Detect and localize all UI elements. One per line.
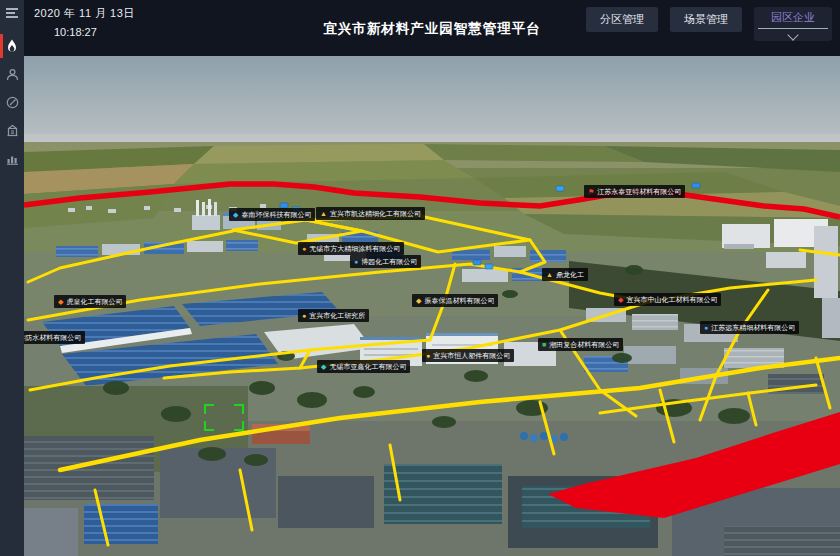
sidebar-item-statistics[interactable] — [0, 144, 24, 172]
company-label-text: 鼎龙化工 — [556, 270, 584, 279]
header-actions: 分区管理 场景管理 园区企业 — [586, 7, 832, 41]
company-label-text: 泰南环保科技有限公司 — [241, 210, 311, 219]
park-enterprise-dropdown-label: 园区企业 — [758, 10, 828, 29]
company-label-text: 振泰保温材料有限公司 — [424, 296, 494, 305]
company-label-text: 无锡市方大精细涂料有限公司 — [309, 244, 400, 253]
company-label-text: 江苏龙泰防水材料有限公司 — [24, 333, 81, 342]
company-marker-icon: ● — [354, 258, 358, 265]
company-marker-icon: ▲ — [320, 210, 327, 217]
company-label[interactable]: ◆宜兴市中山化工材料有限公司 — [614, 293, 721, 306]
zone-management-button[interactable]: 分区管理 — [586, 7, 658, 32]
company-marker-icon: ● — [302, 312, 306, 319]
company-marker-icon: ◆ — [618, 296, 623, 303]
company-label[interactable]: ◆虎皇化工有限公司 — [54, 295, 126, 308]
company-label-text: 宜兴市化工研究所 — [309, 311, 365, 320]
company-marker-icon: ● — [302, 245, 306, 252]
sidebar-item-fire-monitor[interactable] — [0, 32, 24, 60]
company-marker-icon: ■ — [542, 341, 546, 348]
gauge-icon — [6, 96, 19, 109]
company-label-text: 宜兴市恒人塑件有限公司 — [433, 351, 510, 360]
flame-icon — [6, 39, 18, 53]
company-label[interactable]: ◆振泰保温材料有限公司 — [412, 294, 498, 307]
company-label-text: 无锡市亚鑫化工有限公司 — [329, 362, 406, 371]
company-label-text: 虎皇化工有限公司 — [66, 297, 122, 306]
company-label[interactable]: ■潮田复合材料有限公司 — [538, 338, 623, 351]
company-label[interactable]: ●博园化工有限公司 — [350, 255, 421, 268]
company-label[interactable]: ■江苏龙泰防水材料有限公司 — [24, 331, 85, 344]
page-title: 宜兴市新材料产业园智慧管理平台 — [323, 20, 541, 38]
company-label[interactable]: ▲鼎龙化工 — [542, 268, 588, 281]
company-marker-icon: ◆ — [321, 363, 326, 370]
chart-icon — [6, 152, 19, 165]
sidebar-item-personnel[interactable] — [0, 60, 24, 88]
company-label-text: 宜兴市中山化工材料有限公司 — [626, 295, 717, 304]
scene-management-button[interactable]: 场景管理 — [670, 7, 742, 32]
company-label[interactable]: ◆无锡市亚鑫化工有限公司 — [317, 360, 410, 373]
company-label[interactable]: ⚑江苏永泰亚特材料有限公司 — [584, 185, 685, 198]
company-marker-icon: ◆ — [58, 298, 63, 305]
company-label[interactable]: ●无锡市方大精细涂料有限公司 — [298, 242, 404, 255]
header-time: 10:18:27 — [54, 26, 97, 38]
sidebar — [0, 0, 24, 556]
company-label-text: 潮田复合材料有限公司 — [549, 340, 619, 349]
header-date: 2020 年 11 月 13日 — [34, 6, 135, 21]
menu-icon — [5, 7, 19, 19]
company-label-text: 博园化工有限公司 — [361, 257, 417, 266]
company-marker-icon: ● — [704, 324, 708, 331]
sidebar-item-enterprise[interactable] — [0, 116, 24, 144]
company-marker-icon: ◆ — [416, 297, 421, 304]
building-icon — [6, 124, 19, 137]
company-label-text: 宜兴市凯达精细化工有限公司 — [330, 209, 421, 218]
company-label-text: 江苏远东精细材料有限公司 — [711, 323, 795, 332]
company-marker-icon: ⚑ — [588, 188, 594, 195]
park-enterprise-dropdown[interactable]: 园区企业 — [754, 7, 832, 41]
company-label[interactable]: ●宜兴市恒人塑件有限公司 — [422, 349, 514, 362]
sidebar-item-menu[interactable] — [0, 0, 24, 26]
chevron-down-icon — [787, 29, 798, 40]
company-label[interactable]: ●江苏远东精细材料有限公司 — [700, 321, 799, 334]
company-label[interactable]: ●宜兴市化工研究所 — [298, 309, 369, 322]
company-marker-icon: ● — [426, 352, 430, 359]
map-viewport[interactable]: ◆泰南环保科技有限公司▲宜兴市凯达精细化工有限公司⚑江苏永泰亚特材料有限公司●无… — [24, 56, 840, 556]
company-marker-icon: ◆ — [233, 211, 238, 218]
company-marker-icon: ▲ — [546, 271, 553, 278]
company-label[interactable]: ▲宜兴市凯达精细化工有限公司 — [316, 207, 425, 220]
sidebar-item-monitor[interactable] — [0, 88, 24, 116]
company-label-text: 江苏永泰亚特材料有限公司 — [597, 187, 681, 196]
company-label[interactable]: ◆泰南环保科技有限公司 — [229, 208, 315, 221]
person-icon — [6, 68, 19, 81]
header-bar: 2020 年 11 月 13日 10:18:27 宜兴市新材料产业园智慧管理平台… — [24, 0, 840, 56]
